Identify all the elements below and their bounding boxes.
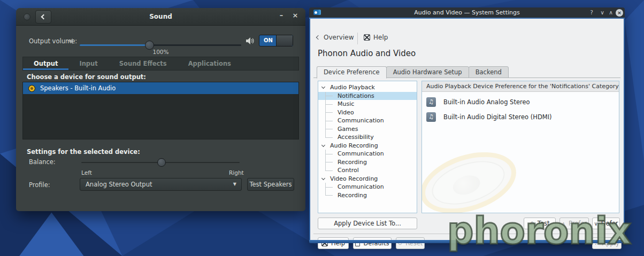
test-speakers-button[interactable]: Test Speakers [247, 178, 294, 191]
tree-label: Communication [338, 117, 384, 124]
chevron-down-icon[interactable] [321, 176, 325, 180]
phoronix-watermark: phoronix [447, 210, 632, 252]
tree-label: Recording [338, 192, 367, 199]
tree-item-audio-playback[interactable]: Audio Playback [318, 83, 417, 92]
tree-label: Games [338, 126, 358, 133]
device-preference-panel[interactable]: Audio Playback Device Preference for the… [421, 81, 619, 213]
tree-label: Communication [338, 183, 384, 190]
choose-device-heading: Choose a device for sound output: [27, 73, 146, 81]
close-button[interactable]: × [289, 11, 301, 19]
apply-device-list-button[interactable]: Apply Device List To... [318, 218, 417, 229]
tree-item-games[interactable]: Games [318, 125, 417, 134]
page-title: Phonon Audio and Video [318, 49, 416, 58]
kde-titlebar[interactable]: Audio and Video — System Settings ? ∨ ∧ … [309, 7, 625, 18]
kde-window-title: Audio and Video — System Settings [309, 9, 625, 16]
tree-label: Communication [338, 150, 384, 157]
tree-item-music[interactable]: Music [318, 100, 417, 108]
tree-item-control[interactable]: Control [318, 166, 417, 175]
tree-label: Music [338, 100, 354, 107]
tree-label: Video [338, 109, 354, 116]
device-label: Built-in Audio Analog Stereo [443, 98, 530, 106]
device-panel-header: Audio Playback Device Preference for the… [422, 81, 619, 92]
tree-item-accessibility[interactable]: Accessibility [318, 133, 417, 142]
tree-label: Accessibility [338, 134, 374, 141]
tab-backend[interactable]: Backend [469, 66, 509, 78]
output-volume-slider[interactable] [80, 44, 241, 46]
tree-item-notifications[interactable]: Notifications [318, 92, 417, 100]
profile-dropdown[interactable]: Analog Stereo Output ▼ [80, 178, 242, 191]
sound-settings-window: Sound – × Output volume: ON 100% Output … [16, 8, 305, 211]
dropdown-arrow-icon: ▼ [233, 179, 236, 190]
system-settings-window: Audio and Video — System Settings ? ∨ ∧ … [309, 7, 625, 243]
speaker-device-icon [28, 85, 35, 92]
titlebar-help-button[interactable]: ? [588, 9, 595, 15]
switch-knob[interactable] [276, 35, 293, 46]
tree-label: Audio Recording [330, 142, 378, 149]
tab-device-preference[interactable]: Device Preference [317, 66, 387, 79]
sound-window-titlebar[interactable]: Sound – × [16, 8, 305, 26]
device-row-label: Speakers - Built-in Audio [40, 84, 116, 92]
profile-label: Profile: [29, 181, 50, 189]
chevron-down-icon[interactable] [321, 85, 325, 89]
music-note-icon: ♫ [426, 112, 436, 122]
chevron-down-icon[interactable] [321, 143, 325, 146]
balance-left-label: Left [81, 169, 92, 176]
toolbar-separator [357, 33, 358, 44]
phonon-tab-bar: Device Preference Audio Hardware Setup B… [317, 66, 508, 78]
toolbar-help-label: Help [373, 34, 388, 41]
tree-item-video-communication[interactable]: Communication [318, 183, 417, 191]
device-analog-stereo[interactable]: ♫ Built-in Audio Analog Stereo [426, 97, 530, 107]
toolbar-help-button[interactable]: Help [364, 34, 388, 41]
tree-item-audio-recording[interactable]: Audio Recording [318, 142, 417, 150]
titlebar-close-button[interactable]: × [616, 9, 623, 17]
defaults-button[interactable]: Defaults [353, 237, 392, 249]
tree-label: Recording [338, 159, 367, 166]
device-digital-stereo-hdmi[interactable]: ♫ Built-in Audio Digital Stereo (HDMI) [426, 112, 552, 122]
tree-item-video-recording-rec[interactable]: Recording [318, 191, 417, 200]
tree-label: Video Recording [330, 175, 378, 182]
help-button[interactable]: Help [318, 237, 349, 249]
kde-window-body: Overview Help Phonon Audio and Video Dev… [309, 19, 625, 240]
profile-value: Analog Stereo Output [86, 181, 152, 188]
apply-device-list-label: Apply Device List To... [334, 220, 401, 227]
output-device-list[interactable]: Speakers - Built-in Audio [22, 82, 299, 139]
music-note-icon: ♫ [426, 97, 436, 107]
tree-label: Notifications [338, 92, 374, 99]
balance-handle[interactable] [157, 158, 166, 167]
device-label: Built-in Audio Digital Stereo (HDMI) [443, 113, 552, 121]
device-settings-heading: Settings for the selected device: [27, 148, 140, 156]
minimize-button[interactable]: – [275, 11, 287, 19]
tree-label: Control [338, 167, 359, 174]
speaker-high-icon [246, 36, 255, 45]
overview-label: Overview [324, 34, 354, 41]
tab-audio-hardware-setup[interactable]: Audio Hardware Setup [386, 66, 469, 78]
balance-slider[interactable] [81, 162, 240, 163]
balance-label: Balance: [29, 158, 56, 166]
tree-item-recording-recording[interactable]: Recording [318, 158, 417, 167]
tree-item-communication[interactable]: Communication [318, 117, 417, 125]
titlebar-maximize-button[interactable]: ∧ [607, 9, 615, 15]
volume-percent-label: 100% [24, 49, 298, 55]
reset-button[interactable]: ↺ Reset [396, 237, 425, 249]
output-volume-switch[interactable]: ON [259, 35, 293, 46]
window-title: Sound [16, 13, 305, 20]
device-row-speakers[interactable]: Speakers - Built-in Audio [23, 82, 298, 94]
sound-tab-bar: Output Input Sound Effects Applications [22, 57, 299, 71]
tab-input[interactable]: Input [68, 57, 108, 70]
tab-output[interactable]: Output [23, 57, 68, 70]
tree-item-recording-communication[interactable]: Communication [318, 150, 417, 158]
chevron-left-icon [316, 35, 320, 40]
overview-back-button[interactable]: Overview [317, 34, 354, 41]
help-icon [364, 34, 370, 41]
switch-on-label: ON [259, 35, 277, 46]
tab-sound-effects[interactable]: Sound Effects [109, 57, 178, 70]
speaker-low-icon [68, 37, 76, 45]
tree-label: Audio Playback [330, 84, 375, 91]
tree-item-video[interactable]: Video [318, 108, 417, 117]
titlebar-minimize-button[interactable]: ∨ [599, 9, 606, 15]
category-tree[interactable]: Audio Playback Notifications Music Video… [318, 81, 417, 213]
speaker-watermark-graphic [421, 141, 524, 213]
slider-fill [80, 44, 150, 46]
tree-item-video-recording[interactable]: Video Recording [318, 175, 417, 183]
tab-applications[interactable]: Applications [178, 57, 242, 70]
